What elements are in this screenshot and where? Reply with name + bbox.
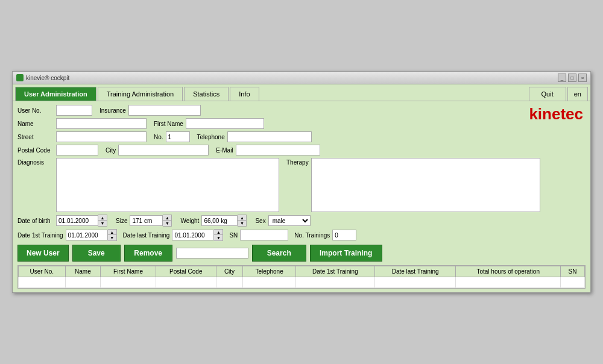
table-row[interactable] [19, 277, 585, 288]
row-training-dates: Date 1st Training ▲ ▼ Date last Training… [17, 229, 586, 241]
date-last-training-label: Date last Training [123, 232, 170, 239]
email-label: E-Mail [216, 147, 233, 154]
col-telephone: Telephone [243, 266, 296, 277]
weight-spin-up[interactable]: ▲ [238, 215, 246, 221]
quit-button[interactable]: Quit [529, 87, 566, 101]
size-spin-down[interactable]: ▼ [163, 221, 171, 226]
col-name: Name [65, 266, 101, 277]
row-street-telephone: Street No. Telephone [17, 131, 586, 142]
dob-spin-btns: ▲ ▼ [98, 215, 107, 227]
postal-code-input[interactable] [56, 145, 98, 155]
telephone-label: Telephone [197, 134, 225, 140]
street-label: Street [17, 134, 54, 140]
sn-label: SN [229, 232, 238, 239]
maximize-button[interactable]: □ [568, 74, 576, 82]
size-spinbox: ▲ ▼ [130, 215, 172, 227]
date-last-training-spin-btns: ▲ ▼ [214, 229, 223, 241]
no-input[interactable] [166, 131, 190, 142]
tab-user-administration[interactable]: User Administration [15, 87, 96, 101]
new-user-button[interactable]: New User [17, 245, 69, 262]
titlebar: kinevie® cockpit _ □ × [13, 72, 590, 84]
language-selector[interactable]: en [567, 87, 588, 101]
users-table-container: User No. Name First Name Postal Code Cit… [17, 265, 586, 289]
col-sn: SN [561, 266, 585, 277]
date-first-training-input[interactable] [66, 230, 108, 240]
col-total-hours: Total hours of operation [456, 266, 561, 277]
col-date-first-training: Date 1st Training [295, 266, 374, 277]
remove-button[interactable]: Remove [124, 245, 172, 262]
window-title: kinevie® cockpit [26, 75, 69, 81]
no-trainings-label: No. Trainings [294, 232, 330, 239]
col-city: City [216, 266, 243, 277]
therapy-input[interactable] [311, 158, 540, 212]
insurance-label: Insurance [99, 107, 126, 114]
table-header-row: User No. Name First Name Postal Code Cit… [19, 266, 585, 277]
weight-spin-down[interactable]: ▼ [238, 221, 246, 226]
diagnosis-label: Diagnosis [17, 159, 54, 166]
size-spin-up[interactable]: ▲ [163, 215, 171, 221]
table-body [19, 277, 585, 288]
date-first-spin-down[interactable]: ▼ [108, 235, 116, 240]
tab-statistics[interactable]: Statistics [184, 87, 229, 101]
col-first-name: First Name [101, 266, 156, 277]
user-no-input[interactable] [56, 105, 92, 116]
insurance-input[interactable] [128, 105, 201, 116]
diagnosis-input[interactable] [56, 158, 279, 212]
row-postal-city-email: Postal Code City E-Mail [17, 145, 586, 155]
search-button[interactable]: Search [252, 245, 306, 262]
email-input[interactable] [236, 145, 320, 155]
city-input[interactable] [118, 145, 209, 155]
close-button[interactable]: × [578, 74, 587, 82]
sn-input[interactable] [240, 230, 288, 240]
first-name-input[interactable] [186, 118, 264, 129]
brand-logo: kinetec [529, 105, 583, 124]
users-table: User No. Name First Name Postal Code Cit… [18, 266, 585, 288]
tab-info[interactable]: Info [230, 87, 259, 101]
city-label: City [106, 147, 116, 154]
dob-spin-up[interactable]: ▲ [98, 215, 107, 221]
titlebar-left: kinevie® cockpit [16, 74, 69, 81]
date-first-training-label: Date 1st Training [17, 232, 63, 239]
dob-spin-down[interactable]: ▼ [98, 221, 107, 226]
date-last-spin-down[interactable]: ▼ [214, 235, 223, 240]
size-input[interactable] [130, 215, 163, 226]
weight-label: Weight [180, 218, 199, 224]
import-training-button[interactable]: Import Training [310, 245, 382, 262]
tab-training-administration[interactable]: Training Administration [98, 87, 183, 101]
app-icon [16, 74, 24, 81]
sex-select[interactable]: male female [268, 215, 311, 226]
sex-label: Sex [255, 218, 265, 224]
dob-label: Date of birth [17, 218, 54, 224]
minimize-button[interactable]: _ [558, 74, 566, 82]
col-date-last-training: Date last Training [374, 266, 455, 277]
dob-spinbox: ▲ ▼ [56, 215, 107, 227]
date-first-training-spinbox: ▲ ▼ [66, 229, 117, 241]
search-field[interactable] [176, 248, 248, 259]
date-last-training-input[interactable] [172, 230, 214, 240]
row-user-insurance: User No. Insurance [17, 105, 586, 116]
first-name-label: First Name [154, 121, 183, 127]
save-button[interactable]: Save [72, 245, 121, 262]
date-first-spin-up[interactable]: ▲ [108, 230, 116, 235]
main-window: kinevie® cockpit _ □ × User Administrati… [12, 71, 591, 293]
size-spin-btns: ▲ ▼ [163, 215, 172, 227]
user-no-label: User No. [17, 107, 54, 114]
therapy-label: Therapy [286, 159, 309, 166]
row-diagnosis-therapy: Diagnosis Therapy [17, 158, 586, 212]
date-last-training-spinbox: ▲ ▼ [172, 229, 223, 241]
date-last-spin-up[interactable]: ▲ [214, 230, 223, 235]
titlebar-controls: _ □ × [558, 74, 587, 82]
telephone-input[interactable] [227, 131, 312, 142]
postal-code-label: Postal Code [17, 147, 54, 154]
street-input[interactable] [56, 131, 147, 142]
bottom-buttons: New User Save Remove Search Import Train… [17, 245, 586, 262]
row-name-firstname: Name First Name [17, 118, 586, 129]
name-label: Name [17, 121, 54, 127]
col-user-no: User No. [19, 266, 66, 277]
no-trainings-input[interactable] [332, 230, 356, 240]
size-label: Size [116, 218, 127, 224]
weight-spinbox: ▲ ▼ [201, 215, 247, 227]
name-input[interactable] [56, 118, 147, 129]
weight-input[interactable] [201, 215, 238, 226]
dob-input[interactable] [56, 215, 98, 226]
